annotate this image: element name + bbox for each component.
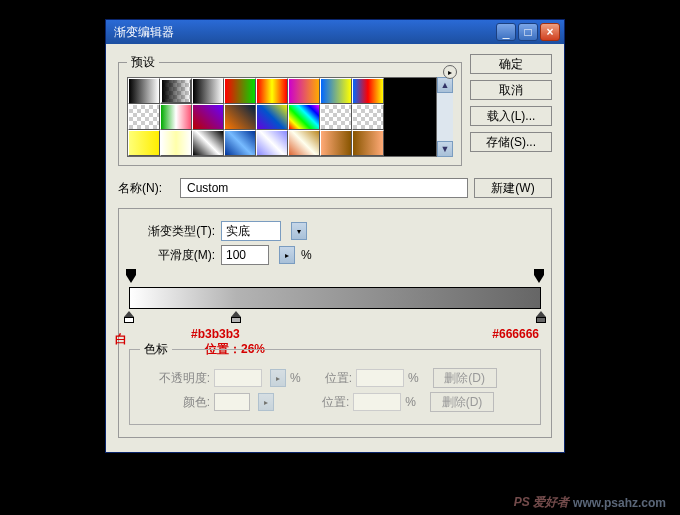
ok-button[interactable]: 确定 <box>470 54 552 74</box>
gradient-editor-area[interactable] <box>129 273 541 323</box>
color-stop-1[interactable] <box>124 311 134 323</box>
opacity-stop-right[interactable] <box>534 275 544 287</box>
maximize-button[interactable]: □ <box>518 23 538 41</box>
color-well <box>214 393 250 411</box>
annotation-grey: #666666 <box>492 327 539 341</box>
stops-legend: 色标 <box>140 341 172 358</box>
gradient-type-label: 渐变类型(T): <box>129 223 215 240</box>
editor-fieldset: 渐变类型(T): 实底 ▾ 平滑度(M): 100 ▸ % <box>118 208 552 438</box>
opacity-stop-left[interactable] <box>126 275 136 287</box>
delete-opacity-button: 删除(D) <box>433 368 497 388</box>
opacity-stepper-icon: ▸ <box>270 369 286 387</box>
smoothness-input[interactable]: 100 <box>221 245 269 265</box>
load-button[interactable]: 载入(L)... <box>470 106 552 126</box>
scroll-down-icon[interactable]: ▼ <box>437 141 453 157</box>
annotation-white: 白 <box>115 331 127 348</box>
titlebar[interactable]: 渐变编辑器 _ □ × <box>106 20 564 44</box>
preset-grid[interactable] <box>127 77 437 157</box>
gradient-type-select[interactable]: 实底 <box>221 221 281 241</box>
color-stepper-icon: ▸ <box>258 393 274 411</box>
smoothness-label: 平滑度(M): <box>129 247 215 264</box>
new-button[interactable]: 新建(W) <box>474 178 552 198</box>
opacity-input <box>214 369 262 387</box>
preset-scrollbar[interactable]: ▲ ▼ <box>437 77 453 157</box>
delete-color-button: 删除(D) <box>430 392 494 412</box>
cancel-button[interactable]: 取消 <box>470 80 552 100</box>
gradient-preview-bar[interactable] <box>129 287 541 309</box>
color-label: 颜色: <box>140 394 210 411</box>
color-stop-2[interactable] <box>231 311 241 323</box>
scroll-up-icon[interactable]: ▲ <box>437 77 453 93</box>
save-button[interactable]: 存储(S)... <box>470 132 552 152</box>
opacity-position-label: 位置: <box>325 370 352 387</box>
opacity-position-unit: % <box>408 371 419 385</box>
presets-fieldset: 预设 ▸ <box>118 54 462 166</box>
gradient-type-dropdown-icon[interactable]: ▾ <box>291 222 307 240</box>
color-stop-3[interactable] <box>536 311 546 323</box>
color-position-input <box>353 393 401 411</box>
stops-panel: 色标 不透明度: ▸ % 位置: % 删除(D) 颜色: ▸ 位置: <box>129 341 541 425</box>
opacity-label: 不透明度: <box>140 370 210 387</box>
annotation-b3: #b3b3b3 <box>191 327 240 341</box>
presets-label: 预设 <box>127 54 159 71</box>
watermark: PS 爱好者 www.psahz.com <box>514 494 666 511</box>
preset-menu-button[interactable]: ▸ <box>443 65 457 79</box>
opacity-position-input <box>356 369 404 387</box>
window-title: 渐变编辑器 <box>110 24 494 41</box>
color-position-label: 位置: <box>322 394 349 411</box>
name-label: 名称(N): <box>118 180 174 197</box>
name-input[interactable] <box>180 178 468 198</box>
gradient-editor-dialog: 渐变编辑器 _ □ × 预设 ▸ <box>105 19 565 453</box>
smoothness-unit: % <box>301 248 312 262</box>
smoothness-stepper-icon[interactable]: ▸ <box>279 246 295 264</box>
minimize-button[interactable]: _ <box>496 23 516 41</box>
color-position-unit: % <box>405 395 416 409</box>
close-button[interactable]: × <box>540 23 560 41</box>
opacity-unit: % <box>290 371 301 385</box>
